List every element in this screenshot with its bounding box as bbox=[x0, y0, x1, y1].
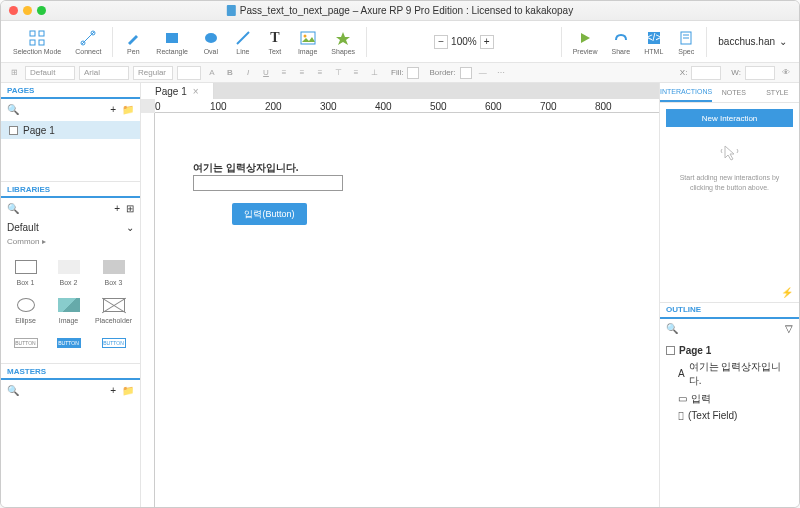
valign-bottom-button[interactable]: ⊥ bbox=[367, 66, 381, 80]
library-options-icon[interactable]: ⊞ bbox=[126, 203, 134, 214]
add-master-icon[interactable]: + bbox=[110, 385, 116, 396]
add-page-icon[interactable]: + bbox=[110, 104, 116, 115]
underline-button[interactable]: U bbox=[259, 66, 273, 80]
widget-button1[interactable]: BUTTON bbox=[5, 330, 46, 359]
svg-rect-0 bbox=[30, 31, 35, 36]
tab-notes[interactable]: NOTES bbox=[712, 83, 755, 102]
widget-ellipse[interactable]: Ellipse bbox=[5, 292, 46, 328]
search-icon[interactable]: 🔍 bbox=[7, 385, 19, 396]
share-tool[interactable]: Share bbox=[606, 27, 637, 57]
outline-item-page[interactable]: Page 1 bbox=[666, 343, 793, 358]
font-select[interactable]: Arial bbox=[79, 66, 129, 80]
connect-tool[interactable]: Connect bbox=[69, 27, 107, 57]
canvas[interactable]: 여기는 입력상자입니다. 입력(Button) bbox=[155, 113, 659, 507]
style-manager-icon[interactable]: ⊞ bbox=[7, 66, 21, 80]
tab-label: Page 1 bbox=[155, 86, 187, 97]
search-icon[interactable]: 🔍 bbox=[666, 323, 678, 334]
shapes-tool[interactable]: Shapes bbox=[325, 27, 361, 57]
oval-tool[interactable]: Oval bbox=[196, 27, 226, 57]
align-right-button[interactable]: ≡ bbox=[313, 66, 327, 80]
search-icon[interactable]: 🔍 bbox=[7, 104, 19, 115]
filter-icon[interactable]: ▽ bbox=[785, 323, 793, 334]
svg-rect-9 bbox=[301, 32, 315, 44]
tab-style[interactable]: STYLE bbox=[756, 83, 799, 102]
outline-item-button[interactable]: ▭ 입력 bbox=[666, 390, 793, 408]
pen-tool[interactable]: Pen bbox=[118, 27, 148, 57]
widget-placeholder[interactable]: Placeholder bbox=[91, 292, 136, 328]
border-swatch[interactable] bbox=[460, 67, 472, 79]
zoom-in-button[interactable]: + bbox=[480, 35, 494, 49]
hidden-toggle[interactable]: 👁 bbox=[779, 66, 793, 80]
text-color-button[interactable]: A bbox=[205, 66, 219, 80]
outline-item-label[interactable]: A 여기는 입력상자입니다. bbox=[666, 358, 793, 390]
new-interaction-button[interactable]: New Interaction bbox=[666, 109, 793, 127]
interaction-editor-icon[interactable]: ⚡ bbox=[781, 287, 793, 298]
text-tool[interactable]: T Text bbox=[260, 27, 290, 57]
line-icon bbox=[234, 29, 252, 47]
style-select[interactable]: Default bbox=[25, 66, 75, 80]
tab-bar: Page 1 × bbox=[141, 83, 659, 99]
maximize-window-button[interactable] bbox=[37, 6, 46, 15]
library-category[interactable]: Common ▸ bbox=[1, 237, 140, 250]
italic-button[interactable]: I bbox=[241, 66, 255, 80]
preview-icon bbox=[576, 29, 594, 47]
oval-icon bbox=[202, 29, 220, 47]
zoom-out-button[interactable]: − bbox=[434, 35, 448, 49]
minimize-window-button[interactable] bbox=[23, 6, 32, 15]
add-library-icon[interactable]: + bbox=[114, 203, 120, 214]
border-width-button[interactable]: — bbox=[476, 66, 490, 80]
titlebar: Pass_text_to_next_page – Axure RP 9 Pro … bbox=[1, 1, 799, 21]
font-size-select[interactable] bbox=[177, 66, 201, 80]
pen-icon bbox=[124, 29, 142, 47]
html-tool[interactable]: </> HTML bbox=[638, 27, 669, 57]
canvas-text-field[interactable] bbox=[193, 175, 343, 191]
widget-button2[interactable]: BUTTON bbox=[48, 330, 89, 359]
w-input[interactable] bbox=[745, 66, 775, 80]
border-style-button[interactable]: ⋯ bbox=[494, 66, 508, 80]
widget-box1[interactable]: Box 1 bbox=[5, 254, 46, 290]
left-pane: PAGES 🔍 + 📁 Page 1 LIBRARIES 🔍 + bbox=[1, 83, 141, 507]
add-folder-icon[interactable]: 📁 bbox=[122, 104, 134, 115]
fill-swatch[interactable] bbox=[407, 67, 419, 79]
zoom-control: − 100% + bbox=[434, 35, 494, 49]
align-left-button[interactable]: ≡ bbox=[277, 66, 291, 80]
canvas-tab-page1[interactable]: Page 1 × bbox=[141, 83, 214, 99]
valign-top-button[interactable]: ⊤ bbox=[331, 66, 345, 80]
close-window-button[interactable] bbox=[9, 6, 18, 15]
user-menu[interactable]: bacchus.han ⌄ bbox=[712, 36, 793, 47]
masters-header: MASTERS bbox=[1, 364, 140, 380]
font-weight-select[interactable]: Regular bbox=[133, 66, 173, 80]
preview-tool[interactable]: Preview bbox=[567, 27, 604, 57]
rectangle-tool[interactable]: Rectangle bbox=[150, 27, 194, 57]
widget-button3[interactable]: BUTTON bbox=[91, 330, 136, 359]
x-input[interactable] bbox=[691, 66, 721, 80]
add-folder-icon[interactable]: 📁 bbox=[122, 385, 134, 396]
spec-tool[interactable]: Spec bbox=[671, 27, 701, 57]
valign-middle-button[interactable]: ≡ bbox=[349, 66, 363, 80]
close-tab-icon[interactable]: × bbox=[193, 86, 199, 97]
border-label: Border: bbox=[429, 68, 455, 77]
line-tool[interactable]: Line bbox=[228, 27, 258, 57]
canvas-button[interactable]: 입력(Button) bbox=[232, 203, 307, 225]
search-icon[interactable]: 🔍 bbox=[7, 203, 19, 214]
masters-section: MASTERS 🔍 + 📁 bbox=[1, 363, 140, 400]
zoom-value[interactable]: 100% bbox=[451, 36, 477, 47]
widget-box3[interactable]: Box 3 bbox=[91, 254, 136, 290]
align-center-button[interactable]: ≡ bbox=[295, 66, 309, 80]
selection-mode-tool[interactable]: Selection Mode bbox=[7, 27, 67, 57]
widget-grid: Box 1 Box 2 Box 3 Ellipse Image Placehol… bbox=[1, 250, 140, 363]
bold-button[interactable]: B bbox=[223, 66, 237, 80]
ruler-vertical bbox=[141, 113, 155, 507]
button-widget-icon: ▭ bbox=[678, 393, 687, 404]
canvas-text-label[interactable]: 여기는 입력상자입니다. bbox=[193, 161, 299, 175]
window-title: Pass_text_to_next_page – Axure RP 9 Pro … bbox=[227, 5, 573, 16]
library-select[interactable]: Default ⌄ bbox=[1, 218, 140, 237]
outline-item-textfield[interactable]: ⌷ (Text Field) bbox=[666, 408, 793, 423]
widget-image[interactable]: Image bbox=[48, 292, 89, 328]
pages-header: PAGES bbox=[1, 83, 140, 99]
image-tool[interactable]: Image bbox=[292, 27, 323, 57]
page-item-page1[interactable]: Page 1 bbox=[1, 121, 140, 139]
widget-box2[interactable]: Box 2 bbox=[48, 254, 89, 290]
libraries-section: LIBRARIES 🔍 + ⊞ Default ⌄ Common ▸ Box 1… bbox=[1, 181, 140, 363]
tab-interactions[interactable]: INTERACTIONS bbox=[660, 83, 712, 102]
